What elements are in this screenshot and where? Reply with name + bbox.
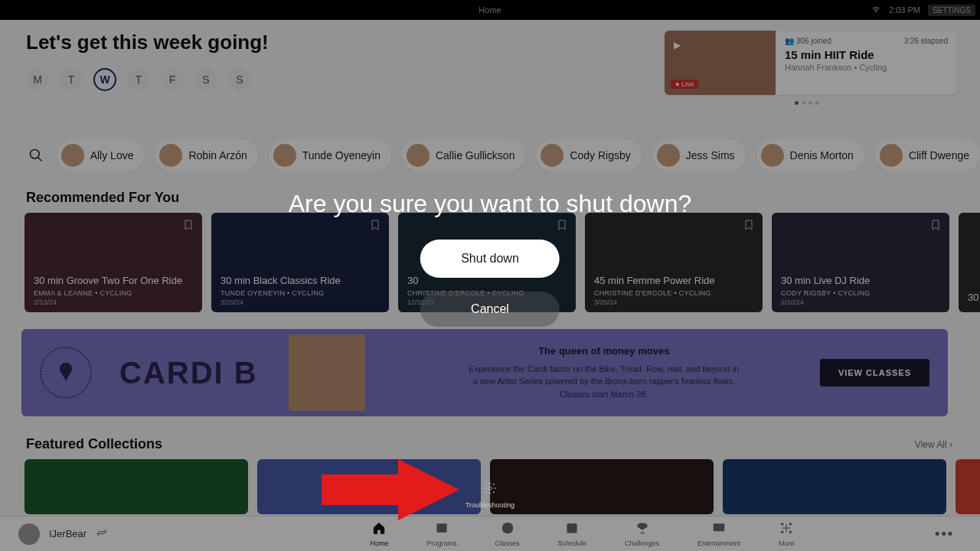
- nav-label: Home: [370, 540, 388, 547]
- live-joined-count: 👥 306 joined: [785, 37, 831, 45]
- topbar-time: 2:03 PM: [889, 5, 920, 15]
- promo-headline: The queen of money moves: [411, 345, 797, 357]
- class-card[interactable]: 30 min Live DJ RideCODY RIGSBY • CYCLING…: [772, 213, 949, 312]
- live-subtitle: Hannah Frankson • Cycling: [785, 63, 948, 72]
- class-card[interactable]: 30 min Groove Two For One RideEMMA & LEA…: [24, 213, 202, 312]
- instructor-avatar: [541, 144, 564, 167]
- collection-card[interactable]: [723, 459, 946, 514]
- modal-title: Are you sure you want to shut down?: [289, 190, 692, 218]
- cancel-button[interactable]: Cancel: [420, 292, 560, 327]
- bookmark-icon[interactable]: [743, 217, 755, 236]
- instructor-name: Denis Morton: [790, 149, 854, 161]
- svg-point-19: [488, 487, 492, 491]
- nav-more[interactable]: More: [779, 521, 795, 547]
- instructor-avatar: [880, 144, 903, 167]
- nav-home[interactable]: Home: [370, 521, 388, 547]
- live-title: 15 min HIIT Ride: [785, 48, 948, 61]
- svg-point-17: [782, 531, 783, 533]
- svg-point-16: [789, 523, 791, 524]
- card-date: 2/13/24: [34, 298, 193, 306]
- svg-rect-10: [714, 523, 724, 530]
- instructor-name: Jess Sims: [686, 149, 735, 161]
- instructor-chip[interactable]: Jess Sims: [652, 139, 746, 171]
- instructor-name: Cody Rigsby: [570, 149, 630, 161]
- card-title: 30 min Live DJ Ride: [781, 275, 940, 286]
- swap-user-icon[interactable]: [96, 527, 108, 542]
- nav-classes[interactable]: Classes: [495, 521, 520, 547]
- card-date: 2/10/24: [781, 298, 940, 306]
- nav-schedule[interactable]: Schedule: [558, 521, 587, 547]
- settings-button[interactable]: SETTINGS: [928, 5, 975, 16]
- svg-marker-20: [322, 459, 459, 520]
- wifi-icon: [871, 4, 881, 16]
- instructor-chip[interactable]: Callie Gullickson: [402, 139, 525, 171]
- day-f-4[interactable]: F: [161, 68, 184, 91]
- challenges-icon: [635, 521, 649, 538]
- nav-label: More: [779, 540, 795, 547]
- live-thumbnail: ▶ ● Live: [665, 31, 776, 95]
- svg-rect-2: [437, 523, 446, 532]
- gear-icon: [483, 481, 497, 495]
- view-classes-button[interactable]: VIEW CLASSES: [820, 359, 929, 386]
- nav-label: Schedule: [558, 540, 587, 547]
- day-s-6[interactable]: S: [228, 68, 251, 91]
- instructor-avatar: [657, 144, 680, 167]
- day-m-0[interactable]: M: [26, 68, 49, 91]
- more-icon: [779, 521, 793, 538]
- collection-card[interactable]: [24, 459, 248, 514]
- day-s-5[interactable]: S: [194, 68, 217, 91]
- system-topbar: Home 2:03 PM SETTINGS: [0, 0, 980, 20]
- recommended-heading: Recommended For You: [26, 190, 179, 206]
- promo-banner[interactable]: CARDI B The queen of money moves Experie…: [21, 329, 948, 416]
- user-avatar[interactable]: [18, 523, 40, 545]
- nav-label: Entertainment: [697, 540, 740, 547]
- instructor-chip[interactable]: Cody Rigsby: [536, 139, 641, 171]
- bookmark-icon[interactable]: [929, 217, 942, 236]
- live-badge: ● Live: [671, 80, 698, 89]
- nav-label: Challenges: [625, 540, 659, 547]
- shutdown-modal: Are you sure you want to shut down? Shut…: [289, 190, 692, 327]
- tooltip-label: Troubleshooting: [466, 501, 514, 509]
- class-card[interactable]: 30: [959, 213, 980, 312]
- live-elapsed: 3:26 elapsed: [904, 37, 948, 45]
- bookmark-icon[interactable]: [182, 217, 194, 236]
- instructor-name: Robin Arzón: [188, 149, 247, 161]
- annotation-arrow: [322, 459, 459, 523]
- card-meta: EMMA & LEANNE • CYCLING: [34, 289, 193, 297]
- nav-label: Programs: [426, 540, 456, 547]
- collection-card[interactable]: [956, 459, 980, 514]
- nav-label: Classes: [495, 540, 520, 547]
- featured-heading: Featured Collections: [26, 436, 162, 452]
- topbar-title: Home: [479, 5, 501, 15]
- more-menu-button[interactable]: •••: [935, 526, 980, 542]
- day-t-1[interactable]: T: [60, 68, 83, 91]
- username: IJerBear: [49, 528, 87, 540]
- instructor-chip[interactable]: Denis Morton: [756, 139, 864, 171]
- card-title: 30 min Groove Two For One Ride: [34, 275, 193, 286]
- search-button[interactable]: [26, 139, 46, 171]
- live-class-card[interactable]: ▶ ● Live 👥 306 joined 3:26 elapsed 15 mi…: [665, 31, 957, 95]
- classes-icon: [501, 521, 514, 538]
- schedule-icon: [565, 521, 579, 538]
- instructor-chip[interactable]: Cliff Dwenge: [875, 139, 980, 171]
- instructor-name: Ally Love: [90, 149, 134, 161]
- day-w-2[interactable]: W: [93, 68, 116, 91]
- collection-card[interactable]: [490, 459, 714, 514]
- bottom-nav: IJerBear HomeProgramsClassesScheduleChal…: [0, 516, 980, 551]
- instructor-avatar: [61, 144, 84, 167]
- troubleshooting-tooltip[interactable]: Troubleshooting: [466, 481, 514, 509]
- card-meta: CODY RIGSBY • CYCLING: [781, 289, 940, 297]
- nav-entertainment[interactable]: Entertainment: [697, 521, 740, 547]
- nav-programs[interactable]: Programs: [426, 521, 456, 547]
- search-icon: [28, 148, 44, 163]
- view-all-link[interactable]: View All ›: [915, 439, 952, 450]
- instructor-chip[interactable]: Tunde Oyeneyin: [269, 139, 391, 171]
- nav-challenges[interactable]: Challenges: [625, 521, 659, 547]
- day-t-3[interactable]: T: [127, 68, 150, 91]
- instructor-chip[interactable]: Ally Love: [57, 139, 145, 171]
- svg-point-15: [782, 523, 783, 524]
- promo-description: Experience the Cardi factor on the Bike,…: [466, 363, 742, 401]
- instructor-chip[interactable]: Robin Arzón: [155, 139, 257, 171]
- promo-artist-image: [289, 334, 365, 411]
- shutdown-button[interactable]: Shut down: [420, 240, 560, 278]
